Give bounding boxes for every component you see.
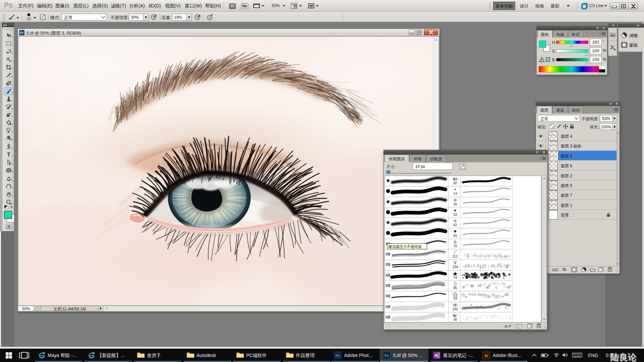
svg-text:Ps: Ps [335,354,340,358]
svg-text:T: T [7,152,11,157]
svg-text:Ps: Ps [384,354,389,358]
svg-text:N: N [435,353,438,358]
svg-text:Ai: Ai [485,354,488,358]
svg-text:Mb: Mb [611,34,615,37]
svg-text:Ps: Ps [20,31,23,35]
svg-text:10: 10 [27,17,31,21]
